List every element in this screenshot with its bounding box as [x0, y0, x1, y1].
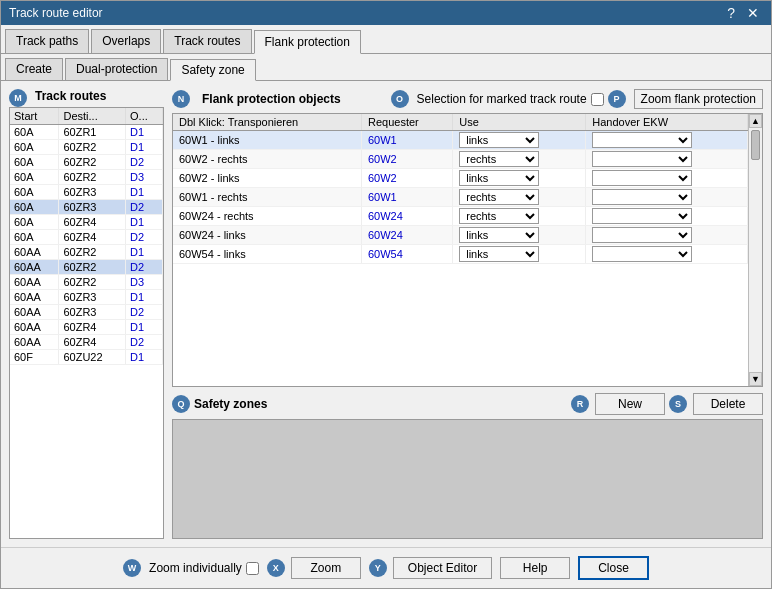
- cell-start: 60AA: [10, 290, 59, 305]
- cell-start: 60AA: [10, 335, 59, 350]
- zoom-individually-label: Zoom individually: [149, 561, 242, 575]
- table-row[interactable]: 60AA 60ZR2 D1: [10, 245, 163, 260]
- zoom-individually-checkbox[interactable]: [246, 562, 259, 575]
- cell-handover: [586, 169, 748, 188]
- flank-table-row[interactable]: 60W2 - rechts 60W2 rechts: [173, 150, 748, 169]
- delete-button[interactable]: Delete: [693, 393, 763, 415]
- tab-flank-protection[interactable]: Flank protection: [254, 30, 361, 54]
- cell-use: links: [453, 226, 586, 245]
- object-editor-button[interactable]: Object Editor: [393, 557, 492, 579]
- cell-requester: 60W24: [361, 226, 452, 245]
- tab-track-routes[interactable]: Track routes: [163, 29, 251, 53]
- cell-o: D1: [126, 140, 163, 155]
- cell-name: 60W24 - links: [173, 226, 361, 245]
- main-window: Track route editor ? ✕ Track paths Overl…: [0, 0, 772, 589]
- flank-table-row[interactable]: 60W1 - links 60W1 links: [173, 131, 748, 150]
- cell-start: 60A: [10, 155, 59, 170]
- use-select[interactable]: rechts: [459, 208, 539, 224]
- flank-table-row[interactable]: 60W24 - rechts 60W24 rechts: [173, 207, 748, 226]
- badge-w: W: [123, 559, 141, 577]
- cell-o: D1: [126, 215, 163, 230]
- cell-o: D3: [126, 275, 163, 290]
- cell-dest: 60ZR4: [59, 215, 126, 230]
- help-button[interactable]: Help: [500, 557, 570, 579]
- table-row[interactable]: 60A 60ZR2 D2: [10, 155, 163, 170]
- cell-o: D1: [126, 125, 163, 140]
- main-content: M Track routes Start Desti... O...: [1, 81, 771, 547]
- close-title-button[interactable]: ✕: [743, 6, 763, 20]
- cell-handover: [586, 207, 748, 226]
- flank-table-scroll[interactable]: Dbl Klick: Transponieren Requester Use H…: [173, 114, 748, 386]
- badge-s: S: [669, 395, 687, 413]
- table-row[interactable]: 60AA 60ZR2 D2: [10, 260, 163, 275]
- cell-o: D2: [126, 305, 163, 320]
- cell-o: D2: [126, 260, 163, 275]
- cell-o: D3: [126, 170, 163, 185]
- table-row[interactable]: 60F 60ZU22 D1: [10, 350, 163, 365]
- flank-table-row[interactable]: 60W2 - links 60W2 links: [173, 169, 748, 188]
- zoom-btn-wrapper: X Zoom: [267, 557, 361, 579]
- cell-start: 60A: [10, 125, 59, 140]
- table-row[interactable]: 60AA 60ZR4 D2: [10, 335, 163, 350]
- handover-select[interactable]: [592, 227, 692, 243]
- handover-select[interactable]: [592, 170, 692, 186]
- cell-dest: 60ZR4: [59, 335, 126, 350]
- sub-tab-safety-zone[interactable]: Safety zone: [170, 59, 255, 81]
- use-select[interactable]: links: [459, 132, 539, 148]
- table-row[interactable]: 60AA 60ZR2 D3: [10, 275, 163, 290]
- table-row[interactable]: 60A 60ZR4 D2: [10, 230, 163, 245]
- table-row[interactable]: 60A 60ZR1 D1: [10, 125, 163, 140]
- handover-select[interactable]: [592, 189, 692, 205]
- handover-select[interactable]: [592, 208, 692, 224]
- table-row[interactable]: 60AA 60ZR4 D1: [10, 320, 163, 335]
- table-row[interactable]: 60AA 60ZR3 D2: [10, 305, 163, 320]
- cell-requester: 60W24: [361, 207, 452, 226]
- tab-overlaps[interactable]: Overlaps: [91, 29, 161, 53]
- cell-handover: [586, 150, 748, 169]
- flank-protection-title: Flank protection objects: [202, 92, 341, 106]
- title-bar: Track route editor ? ✕: [1, 1, 771, 25]
- selection-checkbox[interactable]: [591, 93, 604, 106]
- scrollbar-thumb[interactable]: [751, 130, 760, 160]
- cell-o: D1: [126, 185, 163, 200]
- flank-table-row[interactable]: 60W1 - rechts 60W1 rechts: [173, 188, 748, 207]
- col-handover: Handover EKW: [586, 114, 748, 131]
- zoom-button[interactable]: Zoom: [291, 557, 361, 579]
- close-button[interactable]: Close: [578, 556, 649, 580]
- scrollbar-down-btn[interactable]: ▼: [749, 372, 762, 386]
- table-row[interactable]: 60A 60ZR3 D2: [10, 200, 163, 215]
- table-row[interactable]: 60AA 60ZR3 D1: [10, 290, 163, 305]
- sub-tab-create[interactable]: Create: [5, 58, 63, 80]
- help-title-button[interactable]: ?: [723, 6, 739, 20]
- track-routes-title: Track routes: [31, 89, 106, 103]
- handover-select[interactable]: [592, 151, 692, 167]
- cell-dest: 60ZR3: [59, 290, 126, 305]
- flank-table-row[interactable]: 60W54 - links 60W54 links: [173, 245, 748, 264]
- use-select[interactable]: links: [459, 227, 539, 243]
- flank-table-row[interactable]: 60W24 - links 60W24 links: [173, 226, 748, 245]
- use-select[interactable]: links: [459, 246, 539, 262]
- col-dest: Desti...: [59, 108, 126, 125]
- cell-start: 60F: [10, 350, 59, 365]
- cell-start: 60AA: [10, 260, 59, 275]
- use-select[interactable]: links: [459, 170, 539, 186]
- selection-label-text: Selection for marked track route: [417, 92, 587, 106]
- track-routes-scroll[interactable]: Start Desti... O... 60A 60ZR1 D1: [10, 108, 163, 538]
- use-select[interactable]: rechts: [459, 189, 539, 205]
- badge-r: R: [571, 395, 589, 413]
- table-row[interactable]: 60A 60ZR2 D3: [10, 170, 163, 185]
- handover-select[interactable]: [592, 132, 692, 148]
- table-row[interactable]: 60A 60ZR3 D1: [10, 185, 163, 200]
- tab-track-paths[interactable]: Track paths: [5, 29, 89, 53]
- handover-select[interactable]: [592, 246, 692, 262]
- table-row[interactable]: 60A 60ZR2 D1: [10, 140, 163, 155]
- use-select[interactable]: rechts: [459, 151, 539, 167]
- safety-zone-buttons: R New S Delete: [571, 393, 763, 415]
- badge-n: N: [172, 90, 190, 108]
- sub-tab-dual-protection[interactable]: Dual-protection: [65, 58, 168, 80]
- new-button[interactable]: New: [595, 393, 665, 415]
- table-row[interactable]: 60A 60ZR4 D1: [10, 215, 163, 230]
- object-editor-wrapper: Y Object Editor: [369, 557, 492, 579]
- scrollbar-up-btn[interactable]: ▲: [749, 114, 762, 128]
- cell-name: 60W54 - links: [173, 245, 361, 264]
